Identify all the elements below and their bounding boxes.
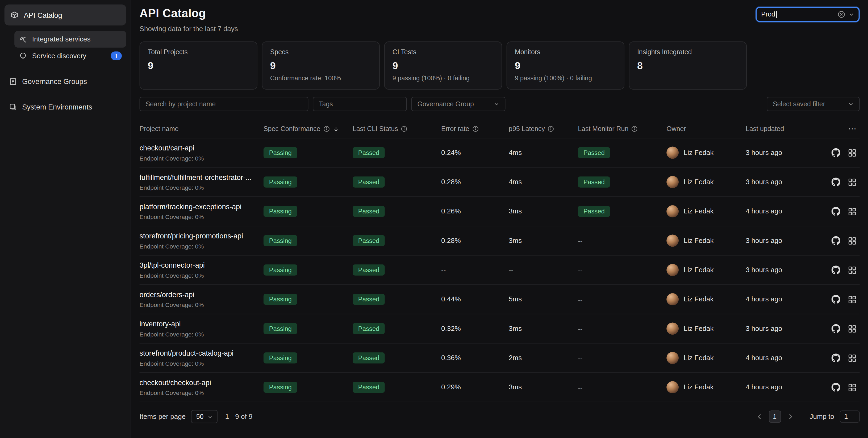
avatar: [666, 323, 679, 335]
sidebar-item-service-discovery[interactable]: Service discovery 1: [14, 47, 126, 64]
text-caret: [776, 11, 777, 18]
table-row[interactable]: checkout/checkout-api Endpoint Coverage:…: [140, 373, 860, 402]
integrations-grid-icon[interactable]: [848, 383, 856, 392]
table-row[interactable]: platform/tracking-exceptions-api Endpoin…: [140, 197, 860, 226]
table-row[interactable]: checkout/cart-api Endpoint Coverage: 0% …: [140, 138, 860, 167]
sort-desc-icon[interactable]: [333, 126, 339, 132]
endpoint-coverage: Endpoint Coverage: 0%: [140, 360, 264, 367]
jump-to-input[interactable]: [840, 411, 860, 423]
integrations-grid-icon[interactable]: [848, 207, 856, 215]
github-icon[interactable]: [832, 148, 840, 157]
project-name-cell: fulfillment/fulfillment-orchestrator-...…: [140, 173, 264, 191]
info-icon[interactable]: [401, 126, 407, 132]
project-name[interactable]: checkout/cart-api: [140, 144, 264, 152]
endpoint-coverage: Endpoint Coverage: 0%: [140, 184, 264, 191]
table-row[interactable]: storefront/product-catalog-api Endpoint …: [140, 344, 860, 373]
project-name[interactable]: inventory-api: [140, 320, 264, 328]
owner-cell: Liz Fedak: [666, 323, 746, 335]
integrations-grid-icon[interactable]: [848, 237, 856, 245]
table-row[interactable]: orders/orders-api Endpoint Coverage: 0% …: [140, 285, 860, 314]
p95-latency-value: 5ms: [509, 296, 578, 303]
app-window: API Catalog Integrated services Service …: [0, 0, 868, 438]
chevron-down-icon: [848, 101, 854, 107]
project-name[interactable]: storefront/pricing-promotions-api: [140, 232, 264, 240]
search-chevron-down-icon[interactable]: [848, 12, 854, 17]
items-per-page-select[interactable]: 50: [191, 410, 218, 423]
cli-status-badge: Passed: [352, 352, 385, 364]
next-page-button[interactable]: [786, 413, 794, 420]
project-name[interactable]: platform/tracking-exceptions-api: [140, 203, 264, 211]
table-row[interactable]: inventory-api Endpoint Coverage: 0% Pass…: [140, 314, 860, 343]
col-last-monitor-run[interactable]: Last Monitor Run: [578, 125, 666, 133]
last-updated-value: 4 hours ago: [746, 354, 815, 362]
endpoint-coverage: Endpoint Coverage: 0%: [140, 331, 264, 338]
project-name[interactable]: 3pl/tpl-connector-api: [140, 261, 264, 269]
owner-name: Liz Fedak: [684, 354, 714, 362]
col-last-cli-status[interactable]: Last CLI Status: [352, 125, 441, 133]
endpoint-coverage: Endpoint Coverage: 0%: [140, 213, 264, 220]
stat-detail: Conformance rate: 100%: [270, 75, 372, 81]
saved-filter-select[interactable]: Select saved filter: [767, 97, 860, 111]
sidebar-item-system-environments[interactable]: System Environments: [4, 99, 126, 115]
github-icon[interactable]: [832, 383, 840, 392]
last-updated-value: 3 hours ago: [746, 149, 815, 157]
github-icon[interactable]: [832, 266, 840, 274]
table-row[interactable]: fulfillment/fulfillment-orchestrator-...…: [140, 168, 860, 197]
monitor-run-status: Passed: [578, 147, 610, 158]
cli-status-badge: Passed: [352, 176, 385, 188]
api-catalog-icon: [10, 11, 19, 20]
governance-group-select[interactable]: Governance Group: [411, 97, 505, 111]
info-icon[interactable]: [548, 126, 555, 132]
p95-latency-value: 2ms: [509, 354, 578, 362]
sidebar-catalog-header[interactable]: API Catalog: [4, 4, 126, 26]
endpoint-coverage: Endpoint Coverage: 0%: [140, 155, 264, 162]
project-name[interactable]: checkout/checkout-api: [140, 378, 264, 387]
sidebar-item-governance-groups[interactable]: Governance Groups: [4, 73, 126, 90]
endpoint-coverage: Endpoint Coverage: 0%: [140, 243, 264, 249]
table-row[interactable]: storefront/pricing-promotions-api Endpoi…: [140, 226, 860, 256]
integrations-grid-icon[interactable]: [848, 178, 856, 186]
integrations-grid-icon[interactable]: [848, 266, 856, 274]
sidebar-title: API Catalog: [24, 11, 62, 19]
github-icon[interactable]: [832, 295, 840, 304]
monitor-run-status: Passed: [578, 176, 610, 188]
col-p95-latency[interactable]: p95 Latency: [509, 125, 578, 133]
catalog-search-input[interactable]: Prod: [755, 7, 860, 22]
spec-conformance-badge: Passing: [264, 294, 297, 305]
github-icon[interactable]: [832, 353, 840, 362]
integrations-grid-icon[interactable]: [848, 354, 856, 362]
p95-latency-value: 3ms: [509, 208, 578, 215]
tags-filter-input[interactable]: [313, 97, 407, 111]
service-discovery-count-badge: 1: [111, 51, 122, 60]
clear-search-icon[interactable]: [837, 11, 845, 18]
prev-page-button[interactable]: [755, 413, 763, 420]
chevron-down-icon: [494, 101, 499, 107]
spec-conformance-badge: Passing: [264, 264, 297, 276]
integrations-grid-icon[interactable]: [848, 325, 856, 333]
p95-latency-value: 3ms: [509, 383, 578, 391]
project-name[interactable]: orders/orders-api: [140, 291, 264, 299]
avatar: [666, 293, 679, 305]
integrations-grid-icon[interactable]: [848, 295, 856, 304]
sidebar-item-integrated-services[interactable]: Integrated services: [14, 31, 126, 47]
info-icon[interactable]: [631, 126, 638, 132]
project-name-filter-input[interactable]: [140, 97, 308, 111]
integrations-grid-icon[interactable]: [848, 148, 856, 157]
github-icon[interactable]: [832, 324, 840, 333]
info-icon[interactable]: [472, 126, 479, 132]
github-icon[interactable]: [832, 207, 840, 216]
sidebar: API Catalog Integrated services Service …: [0, 0, 131, 438]
project-name[interactable]: storefront/product-catalog-api: [140, 349, 264, 357]
col-spec-conformance[interactable]: Spec Conformance: [264, 125, 352, 133]
stat-detail: 9 passing (100%) · 0 failing: [515, 75, 616, 81]
project-name[interactable]: fulfillment/fulfillment-orchestrator-...: [140, 173, 264, 181]
page-1-button[interactable]: 1: [769, 411, 781, 423]
table-row[interactable]: 3pl/tpl-connector-api Endpoint Coverage:…: [140, 256, 860, 285]
col-error-rate[interactable]: Error rate: [441, 125, 509, 133]
columns-menu-button[interactable]: ⋯: [815, 124, 860, 134]
info-icon[interactable]: [323, 126, 330, 132]
github-icon[interactable]: [832, 177, 840, 186]
avatar: [666, 176, 679, 188]
spec-conformance-badge: Passing: [264, 206, 297, 217]
github-icon[interactable]: [832, 236, 840, 245]
